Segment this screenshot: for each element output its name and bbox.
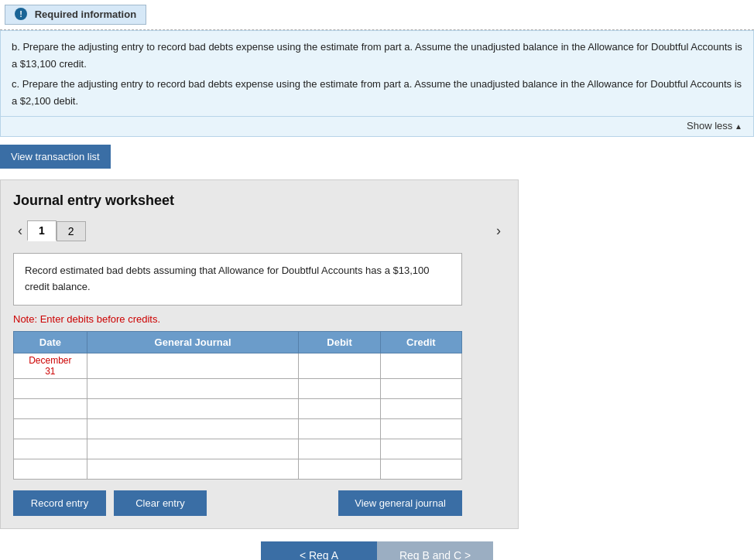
required-info-bar: Required information	[5, 5, 146, 25]
view-transaction-button[interactable]: View transaction list	[0, 145, 111, 169]
note-text: Note: Enter debits before credits.	[13, 313, 506, 325]
journal-input-3[interactable]	[91, 401, 296, 416]
date-cell-4	[14, 418, 87, 439]
debit-cell-2[interactable]	[299, 378, 380, 398]
buttons-row: Record entry Clear entry View general jo…	[13, 490, 462, 516]
worksheet-container: Journal entry worksheet ‹ 1 2 › Record e…	[0, 179, 519, 529]
col-general-journal: General Journal	[87, 331, 299, 353]
info-box: b. Prepare the adjusting entry to record…	[0, 30, 754, 117]
col-debit: Debit	[299, 331, 380, 353]
req-a-arrow	[300, 549, 309, 560]
journal-cell-6[interactable]	[87, 459, 299, 479]
worksheet-title: Journal entry worksheet	[13, 193, 506, 209]
table-row	[14, 378, 462, 398]
credit-cell-2[interactable]	[380, 378, 461, 398]
debit-input-3[interactable]	[302, 401, 376, 416]
info-text-b: b. Prepare the adjusting entry to record…	[12, 39, 742, 73]
table-row	[14, 398, 462, 418]
debit-cell-6[interactable]	[299, 459, 380, 479]
debit-cell-5[interactable]	[299, 439, 380, 459]
credit-cell-4[interactable]	[380, 418, 461, 439]
credit-input-5[interactable]	[384, 442, 458, 456]
credit-input-6[interactable]	[384, 462, 458, 476]
debit-input-4[interactable]	[302, 422, 376, 436]
journal-input-4[interactable]	[91, 422, 296, 436]
tab-prev-arrow[interactable]: ‹	[13, 220, 27, 242]
journal-table: Date General Journal Debit Credit Decemb…	[13, 331, 462, 480]
credit-cell-5[interactable]	[380, 439, 461, 459]
debit-input-1[interactable]	[302, 358, 376, 373]
table-row	[14, 459, 462, 479]
tab-2[interactable]: 2	[57, 221, 86, 241]
debit-input-2[interactable]	[302, 381, 376, 396]
credit-input-2[interactable]	[384, 381, 458, 396]
credit-input-4[interactable]	[384, 422, 458, 436]
credit-cell-6[interactable]	[380, 459, 461, 479]
required-info-label: Required information	[35, 9, 136, 20]
table-row	[14, 439, 462, 459]
journal-cell-1[interactable]	[87, 353, 299, 378]
table-row	[14, 418, 462, 439]
debit-input-5[interactable]	[302, 442, 376, 456]
journal-cell-2[interactable]	[87, 378, 299, 398]
info-text-c: c. Prepare the adjusting entry to record…	[12, 76, 742, 110]
debit-input-6[interactable]	[302, 462, 376, 476]
date-cell-2	[14, 378, 87, 398]
col-credit: Credit	[380, 331, 461, 353]
journal-input-6[interactable]	[91, 462, 296, 476]
req-a-button[interactable]: Req A	[261, 541, 377, 560]
tab-navigation: ‹ 1 2 ›	[13, 220, 506, 242]
instruction-box: Record estimated bad debts assuming that…	[13, 253, 462, 306]
tab-next-arrow[interactable]: ›	[492, 220, 506, 242]
view-general-journal-button[interactable]: View general journal	[338, 490, 462, 516]
tab-1[interactable]: 1	[27, 220, 57, 241]
instruction-text: Record estimated bad debts assuming that…	[25, 265, 430, 292]
date-cell-5	[14, 439, 87, 459]
req-b-c-button[interactable]: Req B and C	[377, 541, 493, 560]
debit-cell-4[interactable]	[299, 418, 380, 439]
credit-cell-3[interactable]	[380, 398, 461, 418]
date-cell-3	[14, 398, 87, 418]
credit-input-1[interactable]	[384, 358, 458, 373]
debit-cell-1[interactable]	[299, 353, 380, 378]
journal-input-2[interactable]	[91, 381, 296, 396]
clear-entry-button[interactable]: Clear entry	[114, 490, 207, 516]
record-entry-button[interactable]: Record entry	[13, 490, 106, 516]
credit-cell-1[interactable]	[380, 353, 461, 378]
req-b-c-label: Req B and C	[399, 549, 461, 560]
table-row: December31	[14, 353, 462, 378]
show-less-link[interactable]: Show less	[687, 120, 742, 131]
date-cell-6	[14, 459, 87, 479]
col-date: Date	[14, 331, 87, 353]
date-cell-1: December31	[14, 353, 87, 378]
journal-cell-5[interactable]	[87, 439, 299, 459]
req-b-c-arrow	[464, 549, 471, 560]
journal-cell-4[interactable]	[87, 418, 299, 439]
credit-input-3[interactable]	[384, 401, 458, 416]
debit-cell-3[interactable]	[299, 398, 380, 418]
show-less-area: Show less	[0, 117, 754, 137]
journal-input-1[interactable]	[91, 358, 296, 373]
journal-cell-3[interactable]	[87, 398, 299, 418]
journal-input-5[interactable]	[91, 442, 296, 456]
req-a-label: Req A	[309, 549, 338, 560]
bottom-navigation: Req A Req B and C	[0, 541, 754, 560]
